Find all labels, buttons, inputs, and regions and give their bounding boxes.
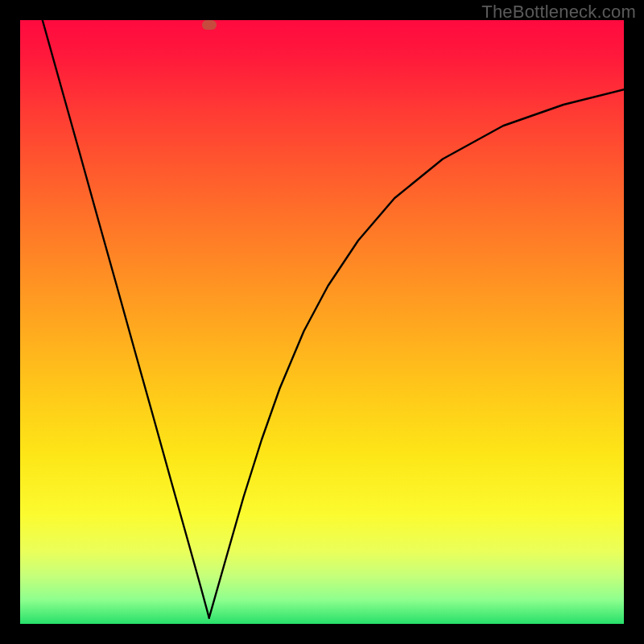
chart-frame: TheBottleneck.com xyxy=(0,0,644,644)
curve-layer xyxy=(20,20,624,624)
curve-right-branch xyxy=(209,89,624,617)
curve-left-branch xyxy=(43,20,209,618)
vertex-marker xyxy=(202,20,217,30)
watermark-text: TheBottleneck.com xyxy=(481,2,636,23)
plot-area xyxy=(20,20,624,624)
